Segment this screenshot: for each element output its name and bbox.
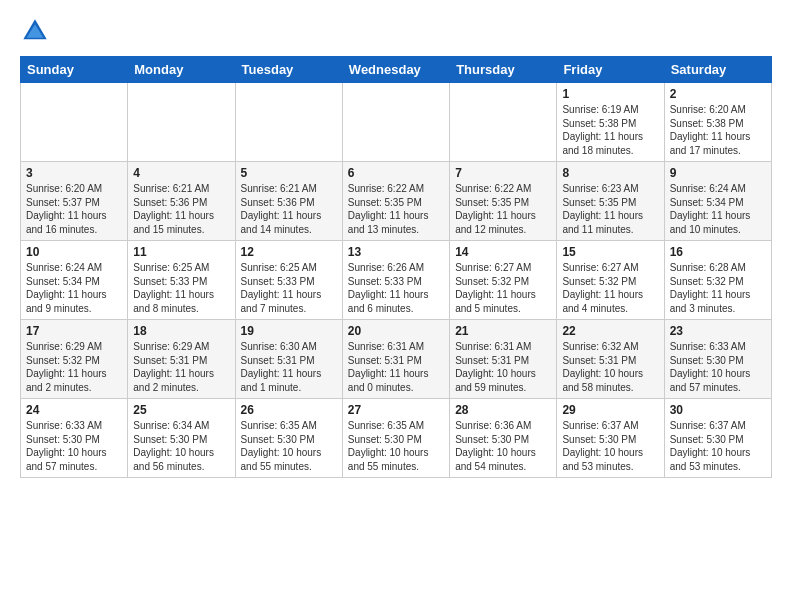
day-cell: 10Sunrise: 6:24 AMSunset: 5:34 PMDayligh… (21, 241, 128, 320)
day-number: 5 (241, 166, 337, 180)
page: SundayMondayTuesdayWednesdayThursdayFrid… (0, 0, 792, 612)
weekday-tuesday: Tuesday (235, 57, 342, 83)
day-number: 8 (562, 166, 658, 180)
day-info: Sunrise: 6:32 AMSunset: 5:31 PMDaylight:… (562, 340, 658, 394)
week-row-1: 1Sunrise: 6:19 AMSunset: 5:38 PMDaylight… (21, 83, 772, 162)
day-cell: 30Sunrise: 6:37 AMSunset: 5:30 PMDayligh… (664, 399, 771, 478)
day-number: 21 (455, 324, 551, 338)
day-info: Sunrise: 6:19 AMSunset: 5:38 PMDaylight:… (562, 103, 658, 157)
day-info: Sunrise: 6:27 AMSunset: 5:32 PMDaylight:… (562, 261, 658, 315)
day-cell: 5Sunrise: 6:21 AMSunset: 5:36 PMDaylight… (235, 162, 342, 241)
day-number: 28 (455, 403, 551, 417)
day-info: Sunrise: 6:37 AMSunset: 5:30 PMDaylight:… (562, 419, 658, 473)
day-number: 3 (26, 166, 122, 180)
weekday-header-row: SundayMondayTuesdayWednesdayThursdayFrid… (21, 57, 772, 83)
day-number: 16 (670, 245, 766, 259)
day-number: 22 (562, 324, 658, 338)
day-cell: 25Sunrise: 6:34 AMSunset: 5:30 PMDayligh… (128, 399, 235, 478)
day-number: 30 (670, 403, 766, 417)
day-number: 23 (670, 324, 766, 338)
day-cell: 17Sunrise: 6:29 AMSunset: 5:32 PMDayligh… (21, 320, 128, 399)
day-cell: 20Sunrise: 6:31 AMSunset: 5:31 PMDayligh… (342, 320, 449, 399)
day-info: Sunrise: 6:26 AMSunset: 5:33 PMDaylight:… (348, 261, 444, 315)
day-cell: 24Sunrise: 6:33 AMSunset: 5:30 PMDayligh… (21, 399, 128, 478)
weekday-sunday: Sunday (21, 57, 128, 83)
day-info: Sunrise: 6:20 AMSunset: 5:38 PMDaylight:… (670, 103, 766, 157)
day-cell: 23Sunrise: 6:33 AMSunset: 5:30 PMDayligh… (664, 320, 771, 399)
day-cell: 3Sunrise: 6:20 AMSunset: 5:37 PMDaylight… (21, 162, 128, 241)
day-cell (128, 83, 235, 162)
day-info: Sunrise: 6:33 AMSunset: 5:30 PMDaylight:… (670, 340, 766, 394)
day-info: Sunrise: 6:24 AMSunset: 5:34 PMDaylight:… (670, 182, 766, 236)
day-cell (21, 83, 128, 162)
week-row-4: 17Sunrise: 6:29 AMSunset: 5:32 PMDayligh… (21, 320, 772, 399)
day-cell: 8Sunrise: 6:23 AMSunset: 5:35 PMDaylight… (557, 162, 664, 241)
day-info: Sunrise: 6:31 AMSunset: 5:31 PMDaylight:… (348, 340, 444, 394)
day-number: 7 (455, 166, 551, 180)
day-cell: 14Sunrise: 6:27 AMSunset: 5:32 PMDayligh… (450, 241, 557, 320)
logo-icon (20, 16, 50, 46)
day-number: 12 (241, 245, 337, 259)
day-number: 27 (348, 403, 444, 417)
day-info: Sunrise: 6:31 AMSunset: 5:31 PMDaylight:… (455, 340, 551, 394)
day-cell: 28Sunrise: 6:36 AMSunset: 5:30 PMDayligh… (450, 399, 557, 478)
day-info: Sunrise: 6:29 AMSunset: 5:31 PMDaylight:… (133, 340, 229, 394)
day-cell: 15Sunrise: 6:27 AMSunset: 5:32 PMDayligh… (557, 241, 664, 320)
day-cell: 4Sunrise: 6:21 AMSunset: 5:36 PMDaylight… (128, 162, 235, 241)
day-number: 24 (26, 403, 122, 417)
day-cell: 6Sunrise: 6:22 AMSunset: 5:35 PMDaylight… (342, 162, 449, 241)
day-info: Sunrise: 6:21 AMSunset: 5:36 PMDaylight:… (133, 182, 229, 236)
weekday-thursday: Thursday (450, 57, 557, 83)
day-info: Sunrise: 6:22 AMSunset: 5:35 PMDaylight:… (348, 182, 444, 236)
day-info: Sunrise: 6:21 AMSunset: 5:36 PMDaylight:… (241, 182, 337, 236)
day-number: 29 (562, 403, 658, 417)
day-info: Sunrise: 6:35 AMSunset: 5:30 PMDaylight:… (348, 419, 444, 473)
day-number: 1 (562, 87, 658, 101)
day-cell: 29Sunrise: 6:37 AMSunset: 5:30 PMDayligh… (557, 399, 664, 478)
day-number: 17 (26, 324, 122, 338)
day-cell: 2Sunrise: 6:20 AMSunset: 5:38 PMDaylight… (664, 83, 771, 162)
week-row-2: 3Sunrise: 6:20 AMSunset: 5:37 PMDaylight… (21, 162, 772, 241)
weekday-monday: Monday (128, 57, 235, 83)
day-cell (450, 83, 557, 162)
day-cell: 9Sunrise: 6:24 AMSunset: 5:34 PMDaylight… (664, 162, 771, 241)
day-number: 4 (133, 166, 229, 180)
day-cell: 13Sunrise: 6:26 AMSunset: 5:33 PMDayligh… (342, 241, 449, 320)
day-info: Sunrise: 6:22 AMSunset: 5:35 PMDaylight:… (455, 182, 551, 236)
day-info: Sunrise: 6:24 AMSunset: 5:34 PMDaylight:… (26, 261, 122, 315)
day-cell: 16Sunrise: 6:28 AMSunset: 5:32 PMDayligh… (664, 241, 771, 320)
calendar-table: SundayMondayTuesdayWednesdayThursdayFrid… (20, 56, 772, 478)
weekday-wednesday: Wednesday (342, 57, 449, 83)
day-number: 11 (133, 245, 229, 259)
day-number: 19 (241, 324, 337, 338)
day-cell (342, 83, 449, 162)
day-info: Sunrise: 6:29 AMSunset: 5:32 PMDaylight:… (26, 340, 122, 394)
day-number: 2 (670, 87, 766, 101)
day-info: Sunrise: 6:25 AMSunset: 5:33 PMDaylight:… (241, 261, 337, 315)
day-number: 15 (562, 245, 658, 259)
day-cell (235, 83, 342, 162)
day-number: 6 (348, 166, 444, 180)
day-info: Sunrise: 6:28 AMSunset: 5:32 PMDaylight:… (670, 261, 766, 315)
day-number: 18 (133, 324, 229, 338)
day-info: Sunrise: 6:23 AMSunset: 5:35 PMDaylight:… (562, 182, 658, 236)
day-info: Sunrise: 6:25 AMSunset: 5:33 PMDaylight:… (133, 261, 229, 315)
day-number: 20 (348, 324, 444, 338)
day-number: 13 (348, 245, 444, 259)
day-number: 25 (133, 403, 229, 417)
day-cell: 22Sunrise: 6:32 AMSunset: 5:31 PMDayligh… (557, 320, 664, 399)
day-cell: 26Sunrise: 6:35 AMSunset: 5:30 PMDayligh… (235, 399, 342, 478)
day-cell: 12Sunrise: 6:25 AMSunset: 5:33 PMDayligh… (235, 241, 342, 320)
day-info: Sunrise: 6:30 AMSunset: 5:31 PMDaylight:… (241, 340, 337, 394)
day-number: 26 (241, 403, 337, 417)
day-cell: 19Sunrise: 6:30 AMSunset: 5:31 PMDayligh… (235, 320, 342, 399)
day-info: Sunrise: 6:34 AMSunset: 5:30 PMDaylight:… (133, 419, 229, 473)
day-cell: 11Sunrise: 6:25 AMSunset: 5:33 PMDayligh… (128, 241, 235, 320)
day-info: Sunrise: 6:27 AMSunset: 5:32 PMDaylight:… (455, 261, 551, 315)
day-info: Sunrise: 6:33 AMSunset: 5:30 PMDaylight:… (26, 419, 122, 473)
weekday-friday: Friday (557, 57, 664, 83)
day-cell: 21Sunrise: 6:31 AMSunset: 5:31 PMDayligh… (450, 320, 557, 399)
day-number: 10 (26, 245, 122, 259)
day-number: 14 (455, 245, 551, 259)
day-cell: 18Sunrise: 6:29 AMSunset: 5:31 PMDayligh… (128, 320, 235, 399)
